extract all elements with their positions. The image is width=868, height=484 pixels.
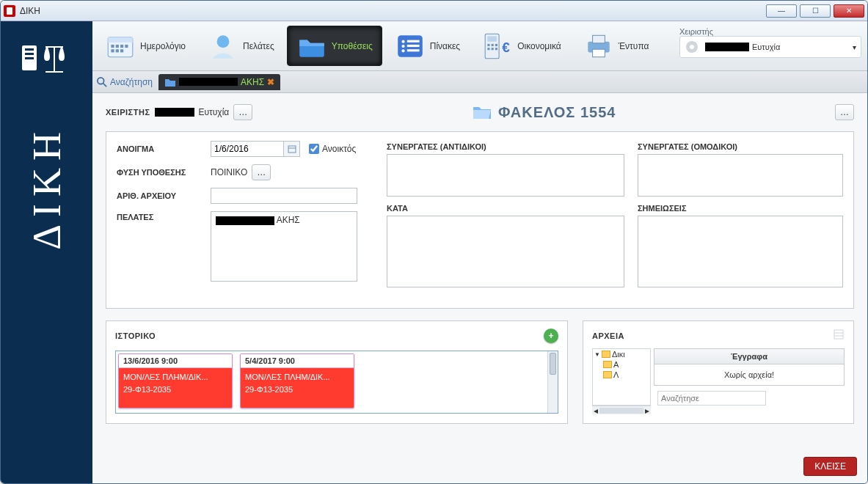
- svg-point-17: [401, 44, 404, 47]
- toolbar-finance-button[interactable]: € Οικονομικά: [473, 26, 571, 66]
- svg-point-34: [690, 45, 694, 49]
- maximize-button[interactable]: ☐: [800, 4, 831, 18]
- toolbar-clients-label: Πελάτες: [243, 41, 274, 51]
- history-card-line2: 29-Φ13-2035: [245, 384, 349, 396]
- toolbar-clients-button[interactable]: Πελάτες: [198, 26, 284, 66]
- nature-value: ΠΟΙΝΙΚΟ: [211, 167, 247, 177]
- svg-rect-12: [120, 49, 123, 52]
- svg-point-15: [401, 40, 404, 43]
- details-panel: ΑΝΟΙΓΜΑ Ανοικτός ΦΥΣΗ ΥΠΟΘΕΣΗΣ ΠΟΙΝΙΚΟ: [106, 131, 854, 309]
- svg-rect-10: [111, 49, 114, 52]
- printer-icon: [583, 31, 614, 62]
- chevron-down-icon: ▾: [853, 43, 856, 51]
- app-icon: [4, 5, 15, 17]
- history-scrollbar[interactable]: [547, 351, 558, 413]
- svg-rect-26: [487, 48, 489, 50]
- svg-point-13: [217, 35, 230, 48]
- teammates-box[interactable]: [638, 154, 843, 197]
- redacted-text: [155, 108, 194, 117]
- documents-pane: Έγγραφα Χωρίς αρχεία!: [654, 348, 845, 406]
- files-title: ΑΡΧΕΙΑ: [592, 331, 624, 340]
- tab-close-button[interactable]: ✖: [267, 77, 274, 87]
- window-close-button[interactable]: ✕: [834, 4, 864, 18]
- search-tab[interactable]: Αναζήτηση: [97, 77, 153, 87]
- close-button[interactable]: ΚΛΕΙΣΕ: [803, 457, 857, 476]
- search-tab-label: Αναζήτηση: [110, 77, 153, 87]
- against-label: ΚΑΤΑ: [387, 204, 624, 213]
- history-card-line1: ΜΟΝ/ΛΕΣ ΠΛΗΜ/ΔΙΚ...: [123, 371, 227, 384]
- search-icon: [97, 77, 107, 87]
- client-name-suffix: ΑΚΗΣ: [277, 215, 300, 225]
- app-body: ΔΙΚΗ Ημερολόγιο Πελάτες: [1, 21, 867, 483]
- clients-listbox[interactable]: ΑΚΗΣ: [211, 211, 357, 282]
- files-search-input[interactable]: [657, 391, 766, 406]
- opponents-box[interactable]: [387, 154, 624, 197]
- nature-picker-button[interactable]: …: [252, 164, 271, 180]
- svg-rect-27: [492, 48, 494, 50]
- svg-rect-32: [592, 49, 605, 57]
- svg-rect-2: [25, 53, 34, 55]
- fileno-input[interactable]: [211, 188, 357, 204]
- history-add-button[interactable]: +: [544, 329, 558, 343]
- files-view-icon[interactable]: [833, 329, 845, 342]
- svg-rect-22: [487, 36, 497, 41]
- nature-label: ΦΥΣΗ ΥΠΟΘΕΣΗΣ: [117, 168, 211, 177]
- svg-rect-16: [407, 40, 420, 42]
- list-icon: [395, 31, 426, 62]
- list-item[interactable]: ΑΚΗΣ: [213, 213, 355, 227]
- documents-header: Έγγραφα: [654, 348, 845, 364]
- files-tree[interactable]: ▼Δικι Α Λ: [592, 348, 651, 406]
- folder-more-button[interactable]: …: [835, 104, 854, 120]
- teammates-label: ΣΥΝΕΡΓΑΤΕΣ (ΟΜΟΔΙΚΟΙ): [638, 142, 843, 151]
- svg-rect-24: [492, 43, 494, 45]
- files-panel: ΑΡΧΕΙΑ ▼Δικι Α Λ: [583, 320, 854, 424]
- toolbar-tables-button[interactable]: Πίνακες: [385, 26, 470, 66]
- toolbar-calendar-button[interactable]: Ημερολόγιο: [95, 26, 195, 66]
- calendar-picker-button[interactable]: [284, 141, 300, 157]
- handler-picker-button[interactable]: …: [233, 104, 252, 120]
- notes-box[interactable]: [638, 216, 843, 287]
- redacted-text: [179, 78, 238, 86]
- svg-rect-1: [25, 48, 34, 51]
- history-card-line1: ΜΟΝ/ΛΕΣ ΠΛΗΜ/ΔΙΚ...: [245, 371, 349, 384]
- tree-root[interactable]: ▼Δικι: [593, 349, 650, 359]
- history-track[interactable]: 13/6/2016 9:00 ΜΟΝ/ΛΕΣ ΠΛΗΜ/ΔΙΚ... 29-Φ1…: [115, 351, 558, 414]
- against-box[interactable]: [387, 216, 624, 287]
- toolbar-tables-label: Πίνακες: [430, 41, 460, 51]
- minimize-button[interactable]: —: [766, 4, 797, 18]
- handler-label: ΧΕΙΡΙΣΤΗΣ: [106, 108, 150, 117]
- tree-h-scrollbar[interactable]: ◂▸: [592, 406, 651, 414]
- brand-vertical-title: ΔΙΚΗ: [24, 125, 70, 250]
- toolbar-forms-button[interactable]: Έντυπα: [574, 26, 659, 66]
- svg-point-19: [401, 49, 404, 52]
- history-title: ΙΣΤΟΡΙΚΟ: [115, 331, 156, 340]
- svg-rect-37: [288, 146, 296, 153]
- clients-label: ΠΕΛΑΤΕΣ: [117, 211, 211, 221]
- calendar-small-icon: [288, 144, 296, 153]
- folder-title-text: ΦΑΚΕΛΟΣ 1554: [498, 104, 616, 121]
- details-middle: ΣΥΝΕΡΓΑΤΕΣ (ΑΝΤΙΔΙΚΟΙ) ΚΑΤΑ: [387, 141, 624, 295]
- svg-rect-23: [487, 43, 489, 45]
- svg-rect-39: [834, 330, 843, 339]
- redacted-text: [216, 216, 274, 225]
- tree-item[interactable]: Α: [593, 359, 650, 370]
- open-case-tab[interactable]: ΑΚΗΣ ✖: [158, 74, 280, 90]
- open-date-input[interactable]: [211, 141, 284, 157]
- gear-icon: [685, 40, 702, 54]
- svg-line-36: [103, 83, 106, 86]
- svg-rect-28: [495, 48, 497, 50]
- tree-item[interactable]: Λ: [593, 370, 650, 380]
- toolbar-cases-button[interactable]: Υποθέσεις: [287, 26, 382, 66]
- open-checkbox[interactable]: [309, 144, 319, 154]
- history-card[interactable]: 5/4/2017 9:00 ΜΟΝ/ΛΕΣ ΠΛΗΜ/ΔΙΚ... 29-Φ13…: [240, 353, 354, 408]
- history-card[interactable]: 13/6/2016 9:00 ΜΟΝ/ΛΕΣ ΠΛΗΜ/ΔΙΚ... 29-Φ1…: [118, 353, 233, 408]
- handler-value: Ευτυχία: [199, 107, 230, 117]
- files-search-label: [654, 394, 656, 403]
- notes-label: ΣΗΜΕΙΩΣΕΙΣ: [638, 204, 843, 213]
- history-card-date: 5/4/2017 9:00: [241, 354, 354, 368]
- open-case-tab-label: ΑΚΗΣ: [241, 77, 264, 87]
- bottom-row: ΙΣΤΟΡΙΚΟ + 13/6/2016 9:00 ΜΟΝ/ΛΕΣ ΠΛΗΜ/Δ…: [106, 320, 854, 424]
- window-buttons: — ☐ ✕: [766, 4, 864, 18]
- operator-selector: Χειριστής Ευτυχία ▾: [675, 24, 866, 67]
- operator-dropdown[interactable]: Ευτυχία ▾: [679, 36, 861, 58]
